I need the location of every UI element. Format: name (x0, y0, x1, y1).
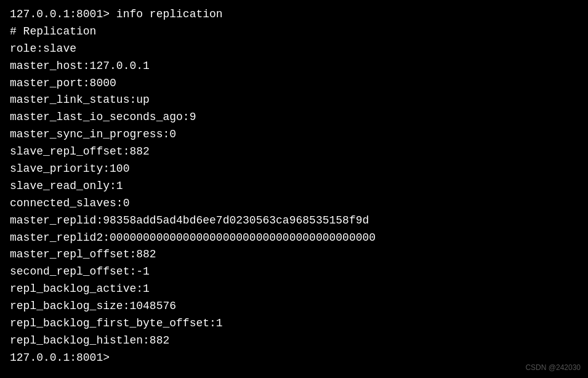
terminal-line: role:slave (10, 41, 578, 58)
terminal-line: slave_priority:100 (10, 161, 578, 178)
terminal-line: repl_backlog_first_byte_offset:1 (10, 315, 578, 332)
terminal-line: slave_read_only:1 (10, 178, 578, 195)
terminal-line: master_replid2:0000000000000000000000000… (10, 230, 578, 247)
terminal-line: master_last_io_seconds_ago:9 (10, 109, 578, 126)
watermark: CSDN @242030 (525, 363, 581, 372)
terminal-line: connected_slaves:0 (10, 195, 578, 212)
terminal-line: repl_backlog_active:1 (10, 281, 578, 298)
terminal-line: master_link_status:up (10, 92, 578, 109)
terminal-output: 127.0.0.1:8001> info replication# Replic… (10, 6, 578, 367)
terminal-line: master_host:127.0.0.1 (10, 58, 578, 75)
terminal-line: master_sync_in_progress:0 (10, 126, 578, 143)
terminal-line: master_repl_offset:882 (10, 246, 578, 263)
terminal-line: 127.0.0.1:8001> (10, 350, 578, 367)
terminal-line: repl_backlog_histlen:882 (10, 332, 578, 350)
terminal-line: repl_backlog_size:1048576 (10, 298, 578, 315)
terminal-line: master_port:8000 (10, 75, 578, 92)
terminal-line: # Replication (10, 23, 578, 41)
terminal-line: master_replid:98358add5ad4bd6ee7d0230563… (10, 212, 578, 230)
terminal-line: 127.0.0.1:8001> info replication (10, 6, 578, 23)
terminal-line: second_repl_offset:-1 (10, 263, 578, 281)
terminal-line: slave_repl_offset:882 (10, 143, 578, 161)
